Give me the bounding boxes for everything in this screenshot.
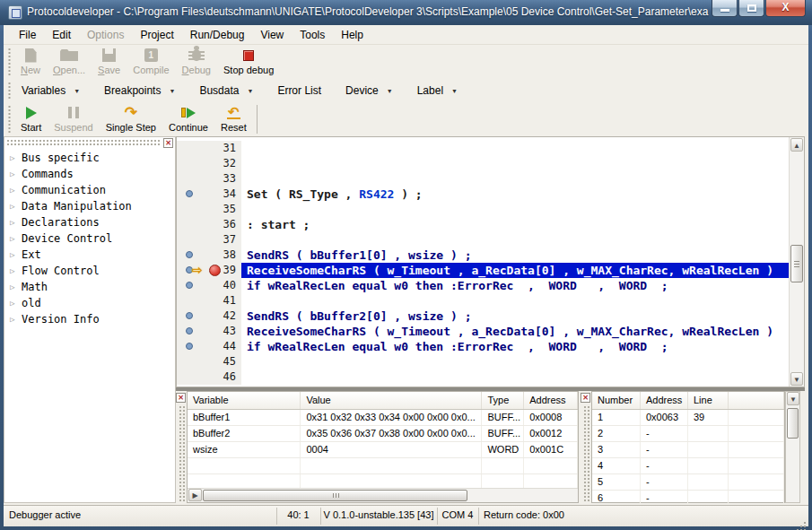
watch-scroll-thumb[interactable] [203, 490, 467, 501]
editor-gutter[interactable]: 40 [177, 278, 241, 293]
menu-item-options[interactable]: Options [79, 27, 132, 43]
toolbar-button-open[interactable]: Open... [47, 45, 92, 77]
tree-item-declarations[interactable]: ▷Declarations [10, 214, 173, 230]
maximize-button[interactable] [738, 0, 764, 17]
titlebar[interactable]: Protocoldeveloper - C:\Program Files\deu… [0, 0, 812, 25]
code-text[interactable] [241, 202, 789, 217]
column-header-line[interactable]: Line [688, 392, 729, 409]
toolbar-grip[interactable] [7, 48, 12, 76]
tree-panel-close-icon[interactable]: ✕ [163, 138, 173, 148]
editor-gutter[interactable]: 42 [177, 308, 241, 324]
editor-line[interactable]: 45 [177, 354, 789, 369]
editor-gutter[interactable]: 44 [177, 339, 241, 354]
menu-item-run-debug[interactable]: Run/Debug [182, 27, 253, 43]
tree-expand-icon[interactable]: ▷ [10, 153, 22, 162]
toolbar-button-single-step[interactable]: ↷Single Step [100, 102, 162, 135]
code-text[interactable] [241, 354, 789, 369]
menu-item-project[interactable]: Project [132, 27, 181, 43]
toolbar-button-start[interactable]: Start [14, 102, 48, 135]
code-text[interactable]: SendRS ( bBuffer1[0] , wsize ) ; [241, 248, 789, 263]
column-header-address[interactable]: Address [524, 392, 578, 409]
code-text[interactable] [241, 232, 789, 248]
editor-gutter[interactable]: 41 [177, 293, 241, 308]
breakpoints-scroll-thumb[interactable] [787, 408, 799, 439]
tree-expand-icon[interactable]: ▷ [10, 250, 22, 259]
toolbar-button-device[interactable]: Device▼ [338, 82, 400, 100]
toolbar-button-stop-debug[interactable]: Stop debug [217, 45, 280, 77]
table-row[interactable] [188, 458, 578, 474]
tree-panel-drag-handle[interactable] [6, 139, 161, 145]
tree-expand-icon[interactable]: ▷ [10, 282, 22, 291]
breakpoints-vertical-scrollbar[interactable]: ▲ ▼ [785, 391, 800, 503]
editor-line[interactable]: 46 [177, 369, 789, 385]
toolbar-button-debug[interactable]: Debug [176, 45, 217, 77]
breakpoint-icon[interactable] [209, 265, 221, 276]
editor-line[interactable]: 32 [177, 156, 789, 171]
column-header-variable[interactable]: Variable [188, 392, 301, 409]
scroll-down-icon[interactable]: ▼ [787, 392, 799, 405]
tree-item-old[interactable]: ▷old [10, 295, 173, 311]
table-row[interactable]: 2- [592, 426, 784, 442]
tree-expand-icon[interactable]: ▷ [10, 315, 22, 324]
tree-item-math[interactable]: ▷Math [10, 279, 173, 295]
editor-gutter[interactable]: 36 [177, 217, 241, 232]
tree-item-bus-specific[interactable]: ▷Bus specific [10, 150, 173, 166]
code-editor[interactable]: 31323334Set ( RS_Type , RS422 ) ;3536: s… [176, 136, 805, 387]
toolbar-button-suspend[interactable]: Suspend [48, 102, 99, 135]
table-row[interactable]: 5- [592, 474, 784, 491]
minimize-button[interactable] [712, 0, 738, 17]
toolbar-button-label[interactable]: Label▼ [410, 82, 465, 100]
editor-line[interactable]: 36: start ; [177, 217, 789, 232]
editor-gutter[interactable]: 37 [177, 232, 241, 248]
code-text[interactable]: Set ( RS_Type , RS422 ) ; [241, 187, 789, 202]
scroll-right-icon[interactable]: ▶ [188, 489, 202, 501]
code-text[interactable] [241, 171, 789, 187]
tree-expand-icon[interactable]: ▷ [10, 202, 22, 211]
editor-gutter[interactable]: ⇨39 [177, 263, 241, 278]
editor-line[interactable]: 41 [177, 293, 789, 308]
code-text[interactable]: ReceiveSomeCharRS ( w_Timeout , a_RecDat… [241, 263, 789, 278]
menu-item-help[interactable]: Help [333, 27, 371, 43]
editor-line[interactable]: 42SendRS ( bBuffer2[0] , wsize ) ; [177, 308, 789, 324]
table-row[interactable]: 4- [592, 458, 784, 474]
editor-line[interactable]: 34Set ( RS_Type , RS422 ) ; [177, 187, 789, 202]
scroll-down-icon[interactable]: ▼ [790, 372, 803, 386]
breakpoint-panel-drag-handle[interactable]: ✕ [581, 391, 591, 503]
code-text[interactable]: if wRealRecLen equal w0 then :ErrorRec ,… [241, 339, 789, 354]
editor-gutter[interactable]: 45 [177, 354, 241, 369]
tree-expand-icon[interactable]: ▷ [10, 186, 22, 195]
toolbar-button-busdata[interactable]: Busdata▼ [192, 82, 260, 100]
editor-gutter[interactable]: 38 [177, 248, 241, 263]
toolbar-button-continue[interactable]: Continue [162, 102, 214, 135]
menu-item-tools[interactable]: Tools [292, 27, 333, 43]
editor-gutter[interactable]: 43 [177, 324, 241, 339]
tree-item-data-manipulation[interactable]: ▷Data Manipulation [10, 198, 173, 214]
tree-item-communication[interactable]: ▷Communication [10, 182, 173, 198]
watch-panel-close-icon[interactable]: ✕ [176, 393, 186, 403]
toolbar-button-save[interactable]: Save [92, 45, 127, 77]
toolbar-grip[interactable] [7, 105, 12, 134]
editor-line[interactable]: ⇨39ReceiveSomeCharRS ( w_Timeout , a_Rec… [177, 263, 789, 278]
editor-line[interactable]: 43ReceiveSomeCharRS ( w_Timeout , a_RecD… [177, 324, 789, 339]
column-header-address[interactable]: Address [641, 392, 688, 409]
editor-line[interactable]: 40if wRealRecLen equal w0 then :ErrorRec… [177, 278, 789, 293]
toolbar-button-reset[interactable]: ↶Reset [214, 102, 253, 135]
code-text[interactable]: if wRealRecLen equal w0 then :ErrorRec ,… [241, 278, 789, 293]
table-row[interactable]: bBuffer20x35 0x36 0x37 0x38 0x00 0x00 0x… [188, 426, 578, 442]
close-button[interactable]: X [765, 0, 806, 17]
editor-gutter[interactable]: 35 [177, 202, 241, 217]
toolbar-button-error-list[interactable]: Error List [270, 82, 328, 100]
table-row[interactable]: 3- [592, 442, 784, 458]
editor-scroll-thumb[interactable] [790, 245, 803, 282]
toolbar-button-breakpoints[interactable]: Breakpoints▼ [97, 82, 182, 100]
editor-line[interactable]: 44if wRealRecLen equal w0 then :ErrorRec… [177, 339, 789, 354]
scroll-up-icon[interactable]: ▲ [790, 138, 803, 152]
editor-gutter[interactable]: 31 [177, 141, 241, 156]
toolbar-grip[interactable] [7, 82, 12, 100]
code-text[interactable]: ReceiveSomeCharRS ( w_Timeout , a_RecDat… [241, 324, 789, 339]
editor-line[interactable]: 31 [177, 141, 789, 156]
code-text[interactable] [241, 141, 789, 156]
tree-expand-icon[interactable]: ▷ [10, 169, 22, 178]
tree-expand-icon[interactable]: ▷ [10, 218, 22, 227]
watch-horizontal-scrollbar[interactable]: ◀ ▶ [188, 488, 578, 502]
